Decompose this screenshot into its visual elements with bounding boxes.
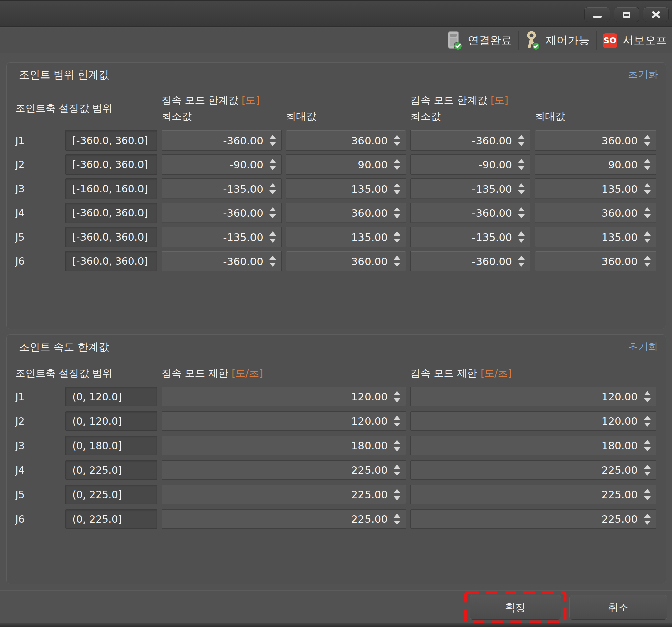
close-button[interactable] [643, 7, 669, 22]
spinner-down-icon[interactable] [644, 423, 651, 427]
reduced-limit-spinner[interactable]: 225.00 [410, 509, 656, 529]
spinner-up-icon[interactable] [644, 183, 651, 187]
spinner-down-icon[interactable] [269, 142, 276, 146]
reduced-limit-spinner[interactable]: 120.00 [410, 387, 656, 406]
spinner-down-icon[interactable] [644, 238, 651, 242]
spinner-down-icon[interactable] [394, 214, 400, 218]
spinner-up-icon[interactable] [518, 256, 525, 260]
spinner-down-icon[interactable] [394, 166, 400, 170]
spinner-down-icon[interactable] [394, 142, 400, 146]
reduced-max-spinner[interactable]: 90.00 [535, 154, 656, 175]
reduced-min-spinner[interactable]: -360.00 [410, 130, 530, 150]
spinner-up-icon[interactable] [518, 159, 525, 163]
spinner-up-icon[interactable] [394, 489, 400, 493]
spinner-up-icon[interactable] [269, 207, 276, 211]
spinner-down-icon[interactable] [518, 214, 525, 218]
spinner-down-icon[interactable] [644, 263, 651, 267]
cancel-button[interactable]: 취소 [569, 595, 667, 620]
reduced-limit-spinner[interactable]: 225.00 [410, 485, 656, 504]
spinner-down-icon[interactable] [269, 214, 276, 218]
spinner-up-icon[interactable] [518, 183, 525, 187]
spinner-down-icon[interactable] [644, 166, 651, 170]
spinner-down-icon[interactable] [394, 496, 400, 500]
spinner-down-icon[interactable] [269, 263, 276, 267]
spinner-up-icon[interactable] [394, 440, 400, 444]
reduced-max-spinner[interactable]: 135.00 [535, 179, 656, 199]
normal-min-spinner[interactable]: -360.00 [162, 130, 282, 150]
spinner-up-icon[interactable] [644, 514, 651, 518]
normal-max-spinner[interactable]: 360.00 [286, 203, 406, 223]
normal-limit-spinner[interactable]: 225.00 [162, 485, 406, 504]
joint-range-reset-link[interactable]: 초기화 [628, 68, 658, 82]
spinner-up-icon[interactable] [644, 489, 651, 493]
normal-max-spinner[interactable]: 90.00 [286, 154, 406, 175]
reduced-max-spinner[interactable]: 360.00 [535, 130, 656, 150]
normal-limit-spinner[interactable]: 120.00 [162, 387, 406, 406]
spinner-up-icon[interactable] [644, 416, 651, 420]
spinner-up-icon[interactable] [394, 231, 400, 235]
spinner-up-icon[interactable] [644, 231, 651, 235]
spinner-up-icon[interactable] [269, 231, 276, 235]
spinner-up-icon[interactable] [269, 256, 276, 260]
normal-min-spinner[interactable]: -135.00 [162, 227, 282, 247]
reduced-min-spinner[interactable]: -360.00 [410, 251, 530, 272]
spinner-down-icon[interactable] [394, 447, 400, 451]
normal-min-spinner[interactable]: -135.00 [162, 179, 282, 199]
spinner-up-icon[interactable] [644, 440, 651, 444]
normal-min-spinner[interactable]: -360.00 [162, 203, 282, 223]
spinner-up-icon[interactable] [518, 231, 525, 235]
spinner-up-icon[interactable] [394, 391, 400, 395]
spinner-up-icon[interactable] [269, 135, 276, 139]
spinner-up-icon[interactable] [394, 207, 400, 211]
normal-limit-spinner[interactable]: 225.00 [162, 460, 406, 480]
spinner-up-icon[interactable] [644, 159, 651, 163]
normal-max-spinner[interactable]: 135.00 [286, 227, 406, 247]
spinner-up-icon[interactable] [644, 465, 651, 469]
spinner-up-icon[interactable] [394, 256, 400, 260]
spinner-up-icon[interactable] [269, 183, 276, 187]
confirm-button[interactable]: 확정 [470, 595, 561, 620]
spinner-down-icon[interactable] [394, 521, 400, 525]
reduced-min-spinner[interactable]: -135.00 [410, 179, 530, 199]
spinner-down-icon[interactable] [644, 190, 651, 194]
spinner-down-icon[interactable] [394, 238, 400, 242]
spinner-down-icon[interactable] [644, 447, 651, 451]
spinner-up-icon[interactable] [644, 391, 651, 395]
spinner-up-icon[interactable] [394, 135, 400, 139]
spinner-up-icon[interactable] [644, 135, 651, 139]
spinner-up-icon[interactable] [518, 135, 525, 139]
spinner-down-icon[interactable] [644, 142, 651, 146]
spinner-down-icon[interactable] [269, 190, 276, 194]
spinner-up-icon[interactable] [394, 159, 400, 163]
spinner-down-icon[interactable] [394, 423, 400, 427]
normal-limit-spinner[interactable]: 120.00 [162, 411, 406, 431]
spinner-up-icon[interactable] [644, 207, 651, 211]
maximize-button[interactable] [614, 7, 640, 22]
normal-max-spinner[interactable]: 360.00 [286, 251, 406, 272]
spinner-down-icon[interactable] [644, 496, 651, 500]
normal-max-spinner[interactable]: 360.00 [286, 130, 406, 150]
spinner-down-icon[interactable] [394, 398, 400, 402]
spinner-down-icon[interactable] [518, 190, 525, 194]
spinner-up-icon[interactable] [518, 207, 525, 211]
spinner-down-icon[interactable] [269, 238, 276, 242]
spinner-down-icon[interactable] [394, 472, 400, 476]
spinner-down-icon[interactable] [644, 214, 651, 218]
reduced-min-spinner[interactable]: -90.00 [410, 154, 530, 175]
spinner-up-icon[interactable] [394, 416, 400, 420]
spinner-down-icon[interactable] [644, 472, 651, 476]
spinner-up-icon[interactable] [394, 465, 400, 469]
normal-min-spinner[interactable]: -90.00 [162, 154, 282, 175]
spinner-up-icon[interactable] [269, 159, 276, 163]
spinner-down-icon[interactable] [644, 521, 651, 525]
normal-limit-spinner[interactable]: 225.00 [162, 509, 406, 529]
spinner-down-icon[interactable] [518, 238, 525, 242]
spinner-up-icon[interactable] [394, 183, 400, 187]
spinner-down-icon[interactable] [394, 190, 400, 194]
reduced-max-spinner[interactable]: 360.00 [535, 251, 656, 272]
reduced-min-spinner[interactable]: -135.00 [410, 227, 530, 247]
reduced-limit-spinner[interactable]: 180.00 [410, 436, 656, 455]
spinner-down-icon[interactable] [394, 263, 400, 267]
reduced-max-spinner[interactable]: 135.00 [535, 227, 656, 247]
spinner-down-icon[interactable] [518, 166, 525, 170]
